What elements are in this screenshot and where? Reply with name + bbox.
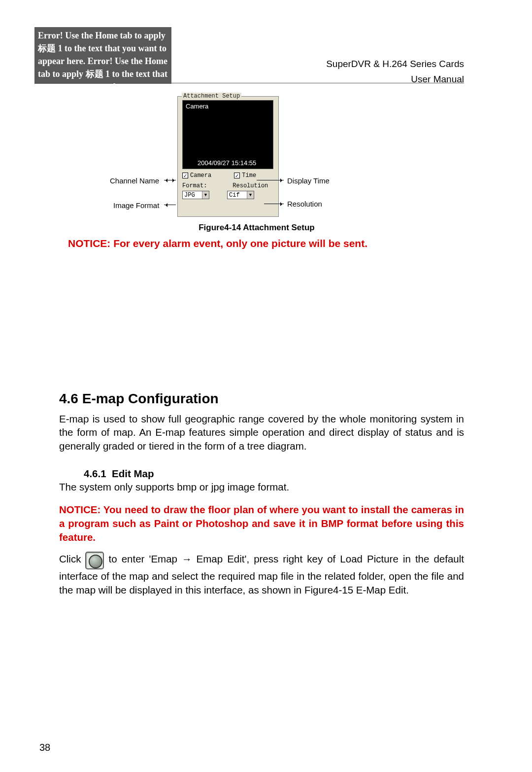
camera-preview: Camera 2004/09/27 15:14:55: [182, 100, 273, 169]
arrow-right-icon: [257, 180, 284, 180]
click-pre: Click: [59, 553, 85, 564]
format-dropdown[interactable]: JPG ▼: [182, 191, 209, 199]
format-value: JPG: [184, 192, 195, 199]
resolution-value: Cif: [229, 192, 240, 199]
chevron-down-icon: ▼: [202, 191, 209, 199]
checkbox-time-label: Time: [242, 172, 256, 179]
checkbox-camera-label: Camera: [190, 172, 211, 179]
emap-globe-icon[interactable]: [85, 552, 104, 569]
callout-display-time: Display Time: [287, 176, 330, 185]
checkbox-time[interactable]: ✓ Time: [234, 172, 256, 179]
click-paragraph: Click to enter 'Emap → Emap Edit', press…: [59, 552, 464, 597]
preview-time-label: 2004/09/27 15:14:55: [198, 159, 256, 167]
section-heading: 4.6 E-map Configuration: [59, 389, 464, 408]
subsection-number: 4.6.1: [84, 468, 106, 479]
notice-floorplan: NOTICE: You need to draw the floor plan …: [59, 503, 464, 544]
subsection-title: Edit Map: [112, 468, 154, 479]
notice-alarm: NOTICE: For every alarm event, only one …: [68, 238, 376, 249]
arrow-left-icon: [164, 180, 176, 180]
header-error-block: Error! Use the Home tab to apply 标题 1 to…: [34, 27, 171, 84]
callout-channel-name: Channel Name: [110, 176, 159, 185]
format-label: Format:: [182, 182, 233, 189]
figure-attachment-setup: Attachment Setup Camera 2004/09/27 15:14…: [137, 96, 376, 249]
check-icon: ✓: [182, 173, 188, 178]
header-rule: [34, 83, 464, 83]
callout-resolution: Resolution: [287, 200, 322, 208]
page-number: 38: [39, 742, 50, 753]
header-line1: SuperDVR & H.264 Series Cards: [326, 56, 464, 71]
check-icon: ✓: [234, 173, 240, 178]
subsection-heading: 4.6.1 Edit Map: [84, 467, 464, 481]
chevron-down-icon: ▼: [247, 191, 254, 199]
click-post: to enter 'Emap → Emap Edit', press right…: [59, 553, 464, 596]
section-number: 4.6: [59, 391, 78, 406]
panel-legend: Attachment Setup: [182, 93, 241, 100]
arrow-left-icon: [164, 205, 176, 205]
resolution-label: Resolution: [233, 182, 268, 189]
resolution-dropdown[interactable]: Cif ▼: [227, 191, 254, 199]
attachment-setup-panel: Attachment Setup Camera 2004/09/27 15:14…: [177, 96, 279, 217]
figure-caption: Figure4-14 Attachment Setup: [88, 223, 426, 233]
arrow-right-icon: [264, 204, 284, 204]
header-line2: User Manual: [326, 71, 464, 87]
callout-image-format: Image Format: [113, 201, 159, 210]
preview-camera-label: Camera: [186, 103, 208, 110]
subsection-line1: The system only supports bmp or jpg imag…: [59, 480, 464, 494]
section-emap: 4.6 E-map Configuration E-map is used to…: [59, 389, 464, 597]
section-body: E-map is used to show full geographic ra…: [59, 412, 464, 453]
checkbox-camera[interactable]: ✓ Camera: [182, 172, 233, 179]
section-title: E-map Configuration: [82, 391, 219, 406]
